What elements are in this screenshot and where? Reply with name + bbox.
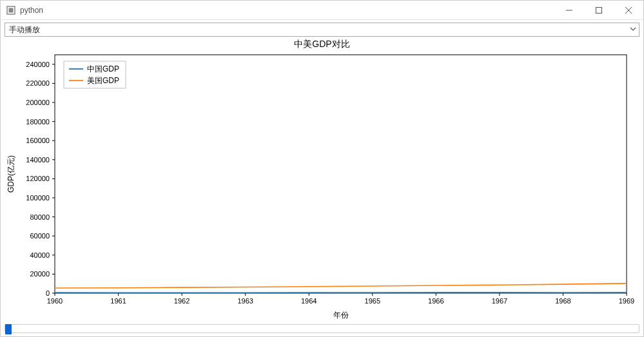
- svg-rect-3: [596, 7, 602, 13]
- x-tick-label: 1966: [428, 297, 444, 305]
- timeline-slider[interactable]: [5, 323, 639, 334]
- svg-rect-6: [55, 55, 627, 293]
- y-tick-label: 180000: [26, 118, 50, 126]
- svg-rect-1: [9, 8, 14, 12]
- y-tick-label: 100000: [26, 194, 50, 202]
- y-tick-label: 200000: [26, 99, 50, 106]
- series-line: [55, 284, 627, 288]
- content-area: 手动播放 中美GDP对比1960196119621963196419651966…: [1, 20, 643, 337]
- y-tick-label: 80000: [30, 213, 50, 221]
- window-title: python: [20, 6, 43, 15]
- y-tick-label: 240000: [26, 61, 50, 68]
- x-tick-label: 1965: [365, 297, 380, 305]
- minimize-button[interactable]: [554, 1, 584, 20]
- app-icon: [6, 5, 16, 15]
- chevron-down-icon: [630, 25, 636, 34]
- x-tick-label: 1968: [555, 297, 571, 305]
- x-tick-label: 1969: [619, 297, 634, 305]
- dropdown-selected-label: 手动播放: [9, 24, 40, 35]
- slider-thumb[interactable]: [5, 324, 12, 334]
- titlebar: python: [1, 1, 643, 20]
- y-tick-label: 60000: [30, 232, 50, 240]
- x-tick-label: 1960: [47, 297, 63, 305]
- y-tick-label: 140000: [26, 156, 50, 164]
- maximize-button[interactable]: [584, 1, 614, 20]
- y-tick-label: 120000: [26, 175, 50, 182]
- legend-label: 中国GDP: [87, 64, 119, 73]
- x-tick-label: 1962: [174, 297, 190, 305]
- legend-label: 美国GDP: [87, 76, 119, 85]
- close-button[interactable]: [614, 1, 643, 20]
- slider-track[interactable]: [5, 324, 639, 333]
- gdp-line-chart: 中美GDP对比196019611962196319641965196619671…: [5, 38, 639, 322]
- playback-mode-dropdown[interactable]: 手动播放: [5, 23, 639, 37]
- y-tick-label: 20000: [30, 270, 50, 278]
- x-tick-label: 1963: [237, 297, 253, 305]
- y-tick-label: 40000: [30, 251, 50, 259]
- chart-container: 中美GDP对比196019611962196319641965196619671…: [5, 38, 639, 322]
- chart-title: 中美GDP对比: [294, 39, 349, 49]
- y-axis-label: GDP(亿元): [6, 155, 15, 193]
- app-window: python 手动播放 中美GDP对比196019611962196319641…: [0, 0, 644, 337]
- y-tick-label: 220000: [26, 79, 50, 87]
- x-tick-label: 1967: [492, 297, 507, 305]
- x-tick-label: 1961: [110, 297, 126, 305]
- y-tick-label: 160000: [26, 137, 50, 144]
- x-tick-label: 1964: [301, 297, 317, 305]
- x-axis-label: 年份: [333, 311, 349, 320]
- y-tick-label: 0: [46, 289, 50, 297]
